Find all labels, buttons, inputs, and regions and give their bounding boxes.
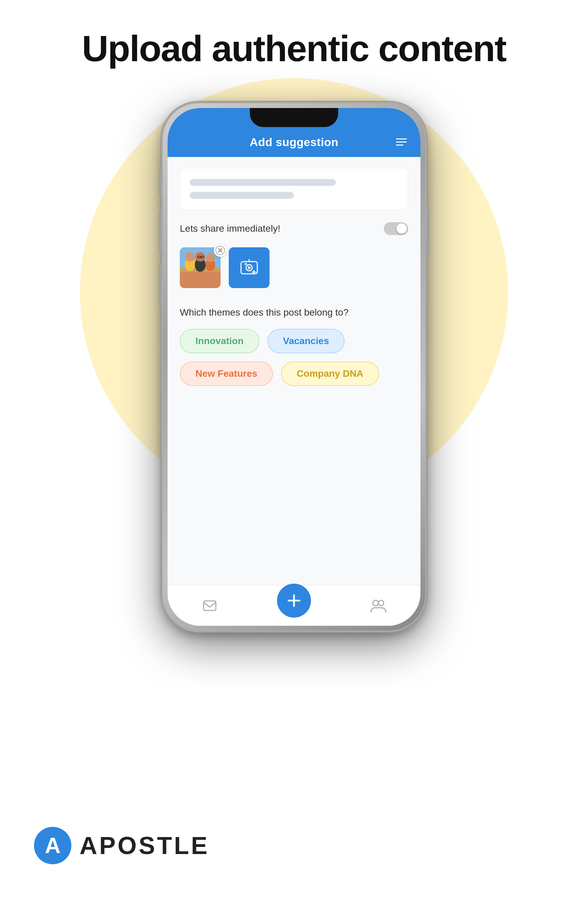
remove-media-button[interactable] <box>214 244 227 257</box>
svg-rect-18 <box>245 263 247 265</box>
svg-rect-8 <box>180 272 221 288</box>
svg-point-25 <box>373 600 378 606</box>
add-media-button[interactable] <box>229 247 270 288</box>
svg-point-7 <box>206 253 215 262</box>
theme-tag-vacancies[interactable]: Vacancies <box>267 329 345 353</box>
share-toggle-row: Lets share immediately! <box>180 222 408 235</box>
volume-down-button <box>159 265 161 306</box>
content-area: Lets share immediately! <box>168 157 420 585</box>
volume-up-button <box>159 211 161 251</box>
nav-inbox[interactable] <box>193 595 227 616</box>
nav-add-button[interactable] <box>277 584 311 618</box>
text-placeholder-line-2 <box>190 192 294 199</box>
themes-row-1: Innovation Vacancies <box>180 329 408 353</box>
phone-notch <box>250 108 338 127</box>
svg-point-26 <box>378 600 384 606</box>
volume-mute-button <box>159 170 161 197</box>
theme-tag-new-features[interactable]: New Features <box>180 362 273 386</box>
app-header-title: Add suggestion <box>250 135 338 149</box>
apostle-logo-text: APOSTLE <box>79 832 209 859</box>
app-header: Add suggestion <box>168 127 420 157</box>
theme-tag-innovation[interactable]: Innovation <box>180 329 259 353</box>
themes-question: Which themes does this post belong to? <box>180 307 408 318</box>
svg-point-17 <box>248 266 251 269</box>
text-input-card[interactable] <box>180 168 408 210</box>
share-toggle[interactable] <box>384 222 408 235</box>
themes-row-2: New Features Company DNA <box>180 362 408 386</box>
text-placeholder-line-1 <box>190 179 336 186</box>
nav-team[interactable] <box>361 595 395 616</box>
bottom-nav <box>168 585 420 626</box>
toggle-label: Lets share immediately! <box>180 223 280 234</box>
power-button <box>427 204 429 258</box>
phone-screen: Add suggestion Lets share immediately! <box>168 108 420 626</box>
apostle-logo-icon: A <box>34 827 72 864</box>
svg-point-3 <box>185 252 195 262</box>
page-title: Upload authentic content <box>0 27 588 70</box>
phone-mockup: Add suggestion Lets share immediately! <box>161 102 427 632</box>
uploaded-thumb <box>180 247 223 291</box>
theme-tag-company-dna[interactable]: Company DNA <box>281 362 379 386</box>
apostle-logo: A APOSTLE <box>34 827 209 864</box>
svg-point-5 <box>195 252 205 262</box>
media-row <box>180 247 408 291</box>
menu-icon[interactable] <box>396 139 407 146</box>
svg-rect-22 <box>203 601 216 610</box>
